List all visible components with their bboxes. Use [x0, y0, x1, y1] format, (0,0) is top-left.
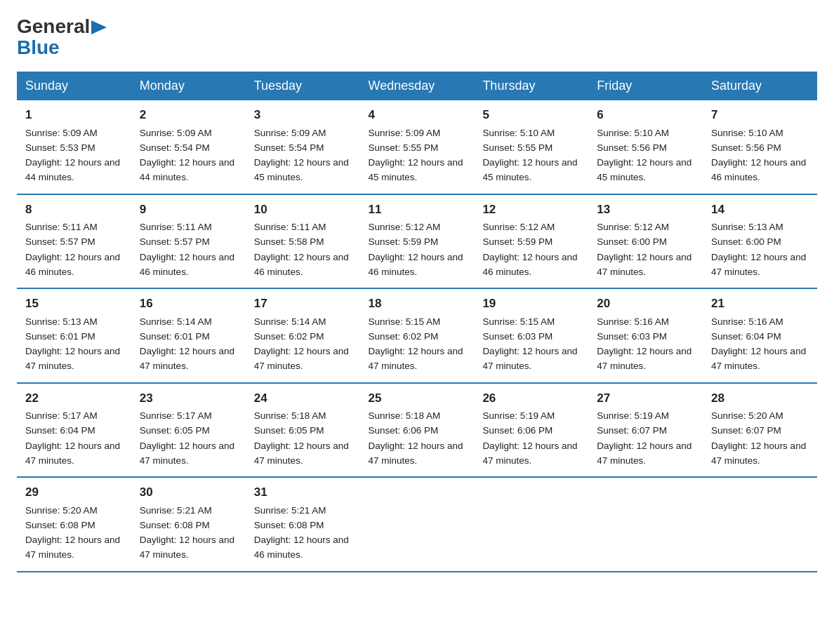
header-saturday: Saturday [703, 72, 817, 100]
day-number: 19 [482, 295, 580, 313]
calendar-week-row: 15 Sunrise: 5:13 AMSunset: 6:01 PMDaylig… [17, 288, 817, 383]
day-info: Sunrise: 5:10 AMSunset: 5:55 PMDaylight:… [482, 128, 577, 183]
day-number: 1 [25, 106, 123, 124]
day-info: Sunrise: 5:09 AMSunset: 5:53 PMDaylight:… [25, 128, 120, 183]
calendar-cell: 10 Sunrise: 5:11 AMSunset: 5:58 PMDaylig… [246, 194, 360, 289]
header-sunday: Sunday [17, 72, 131, 100]
calendar-cell: 19 Sunrise: 5:15 AMSunset: 6:03 PMDaylig… [474, 288, 588, 383]
day-info: Sunrise: 5:21 AMSunset: 6:08 PMDaylight:… [140, 505, 234, 561]
day-number: 10 [254, 201, 352, 219]
day-number: 17 [254, 295, 352, 313]
day-info: Sunrise: 5:10 AMSunset: 5:56 PMDaylight:… [711, 128, 806, 183]
calendar-cell: 4 Sunrise: 5:09 AMSunset: 5:55 PMDayligh… [360, 100, 475, 194]
day-info: Sunrise: 5:16 AMSunset: 6:04 PMDaylight:… [711, 316, 806, 372]
calendar-table: SundayMondayTuesdayWednesdayThursdayFrid… [17, 72, 817, 572]
logo-general-text: General [17, 17, 90, 36]
day-number: 24 [254, 389, 352, 408]
calendar-cell: 3 Sunrise: 5:09 AMSunset: 5:54 PMDayligh… [246, 100, 360, 194]
svg-marker-0 [91, 20, 107, 34]
calendar-cell: 8 Sunrise: 5:11 AMSunset: 5:57 PMDayligh… [17, 194, 131, 289]
day-number: 29 [25, 483, 123, 502]
calendar-cell: 28 Sunrise: 5:20 AMSunset: 6:07 PMDaylig… [703, 383, 817, 478]
calendar-cell: 15 Sunrise: 5:13 AMSunset: 6:01 PMDaylig… [17, 288, 131, 383]
calendar-cell: 16 Sunrise: 5:14 AMSunset: 6:01 PMDaylig… [131, 288, 246, 383]
calendar-cell: 27 Sunrise: 5:19 AMSunset: 6:07 PMDaylig… [588, 383, 703, 478]
day-info: Sunrise: 5:19 AMSunset: 6:07 PMDaylight:… [597, 410, 691, 466]
calendar-cell: 1 Sunrise: 5:09 AMSunset: 5:53 PMDayligh… [17, 100, 131, 194]
day-number: 9 [140, 201, 237, 219]
day-info: Sunrise: 5:17 AMSunset: 6:05 PMDaylight:… [140, 410, 234, 466]
day-number: 6 [597, 106, 694, 124]
day-info: Sunrise: 5:11 AMSunset: 5:58 PMDaylight:… [254, 222, 349, 277]
calendar-cell: 26 Sunrise: 5:19 AMSunset: 6:06 PMDaylig… [474, 383, 588, 478]
day-info: Sunrise: 5:16 AMSunset: 6:03 PMDaylight:… [597, 316, 691, 372]
calendar-cell: 21 Sunrise: 5:16 AMSunset: 6:04 PMDaylig… [703, 288, 817, 383]
calendar-cell: 11 Sunrise: 5:12 AMSunset: 5:59 PMDaylig… [360, 194, 475, 289]
day-info: Sunrise: 5:09 AMSunset: 5:54 PMDaylight:… [254, 128, 349, 183]
calendar-header-row: SundayMondayTuesdayWednesdayThursdayFrid… [17, 72, 817, 100]
calendar-cell: 23 Sunrise: 5:17 AMSunset: 6:05 PMDaylig… [131, 383, 246, 478]
day-number: 22 [25, 389, 123, 408]
day-number: 23 [140, 389, 237, 408]
calendar-cell: 30 Sunrise: 5:21 AMSunset: 6:08 PMDaylig… [131, 477, 246, 572]
day-info: Sunrise: 5:12 AMSunset: 5:59 PMDaylight:… [369, 222, 463, 277]
calendar-cell: 25 Sunrise: 5:18 AMSunset: 6:06 PMDaylig… [360, 383, 475, 478]
calendar-cell [360, 477, 475, 572]
day-info: Sunrise: 5:20 AMSunset: 6:07 PMDaylight:… [711, 410, 806, 466]
header-wednesday: Wednesday [360, 72, 475, 100]
day-info: Sunrise: 5:19 AMSunset: 6:06 PMDaylight:… [482, 410, 577, 466]
calendar-cell: 18 Sunrise: 5:15 AMSunset: 6:02 PMDaylig… [360, 288, 475, 383]
calendar-cell: 9 Sunrise: 5:11 AMSunset: 5:57 PMDayligh… [131, 194, 246, 289]
calendar-cell [474, 477, 588, 572]
calendar-week-row: 1 Sunrise: 5:09 AMSunset: 5:53 PMDayligh… [17, 100, 817, 194]
day-number: 14 [711, 201, 809, 219]
day-info: Sunrise: 5:15 AMSunset: 6:03 PMDaylight:… [482, 316, 577, 372]
calendar-cell: 5 Sunrise: 5:10 AMSunset: 5:55 PMDayligh… [474, 100, 588, 194]
day-number: 8 [25, 201, 123, 219]
day-number: 25 [369, 389, 466, 408]
calendar-cell [703, 477, 817, 572]
calendar-cell: 29 Sunrise: 5:20 AMSunset: 6:08 PMDaylig… [17, 477, 131, 572]
calendar-cell: 22 Sunrise: 5:17 AMSunset: 6:04 PMDaylig… [17, 383, 131, 478]
day-info: Sunrise: 5:09 AMSunset: 5:54 PMDaylight:… [140, 128, 234, 183]
day-number: 12 [482, 201, 580, 219]
calendar-cell: 24 Sunrise: 5:18 AMSunset: 6:05 PMDaylig… [246, 383, 360, 478]
day-info: Sunrise: 5:13 AMSunset: 6:00 PMDaylight:… [711, 222, 806, 277]
calendar-cell: 12 Sunrise: 5:12 AMSunset: 5:59 PMDaylig… [474, 194, 588, 289]
day-number: 27 [597, 389, 694, 408]
day-number: 16 [140, 295, 237, 313]
day-info: Sunrise: 5:12 AMSunset: 6:00 PMDaylight:… [597, 222, 691, 277]
day-number: 21 [711, 295, 809, 313]
day-info: Sunrise: 5:20 AMSunset: 6:08 PMDaylight:… [25, 505, 120, 561]
calendar-cell: 6 Sunrise: 5:10 AMSunset: 5:56 PMDayligh… [588, 100, 703, 194]
calendar-cell [588, 477, 703, 572]
day-number: 4 [369, 106, 466, 124]
calendar-cell: 7 Sunrise: 5:10 AMSunset: 5:56 PMDayligh… [703, 100, 817, 194]
logo: General Blue [17, 17, 107, 58]
calendar-cell: 20 Sunrise: 5:16 AMSunset: 6:03 PMDaylig… [588, 288, 703, 383]
header-friday: Friday [588, 72, 703, 100]
day-number: 5 [482, 106, 580, 124]
day-info: Sunrise: 5:09 AMSunset: 5:55 PMDaylight:… [369, 128, 463, 183]
day-number: 26 [482, 389, 580, 408]
calendar-cell: 13 Sunrise: 5:12 AMSunset: 6:00 PMDaylig… [588, 194, 703, 289]
day-info: Sunrise: 5:18 AMSunset: 6:05 PMDaylight:… [254, 410, 349, 466]
day-info: Sunrise: 5:15 AMSunset: 6:02 PMDaylight:… [369, 316, 463, 372]
day-info: Sunrise: 5:14 AMSunset: 6:02 PMDaylight:… [254, 316, 349, 372]
day-number: 13 [597, 201, 694, 219]
page-header: General Blue [17, 17, 817, 58]
logo-triangle-icon [91, 20, 107, 34]
calendar-cell: 17 Sunrise: 5:14 AMSunset: 6:02 PMDaylig… [246, 288, 360, 383]
day-number: 7 [711, 106, 809, 124]
day-number: 28 [711, 389, 809, 408]
day-info: Sunrise: 5:17 AMSunset: 6:04 PMDaylight:… [25, 410, 120, 466]
logo-blue-text: Blue [17, 38, 60, 58]
day-number: 31 [254, 483, 352, 502]
day-info: Sunrise: 5:10 AMSunset: 5:56 PMDaylight:… [597, 128, 691, 183]
calendar-week-row: 29 Sunrise: 5:20 AMSunset: 6:08 PMDaylig… [17, 477, 817, 572]
day-info: Sunrise: 5:12 AMSunset: 5:59 PMDaylight:… [482, 222, 577, 277]
calendar-cell: 2 Sunrise: 5:09 AMSunset: 5:54 PMDayligh… [131, 100, 246, 194]
calendar-cell: 14 Sunrise: 5:13 AMSunset: 6:00 PMDaylig… [703, 194, 817, 289]
day-info: Sunrise: 5:21 AMSunset: 6:08 PMDaylight:… [254, 505, 349, 561]
day-number: 2 [140, 106, 237, 124]
